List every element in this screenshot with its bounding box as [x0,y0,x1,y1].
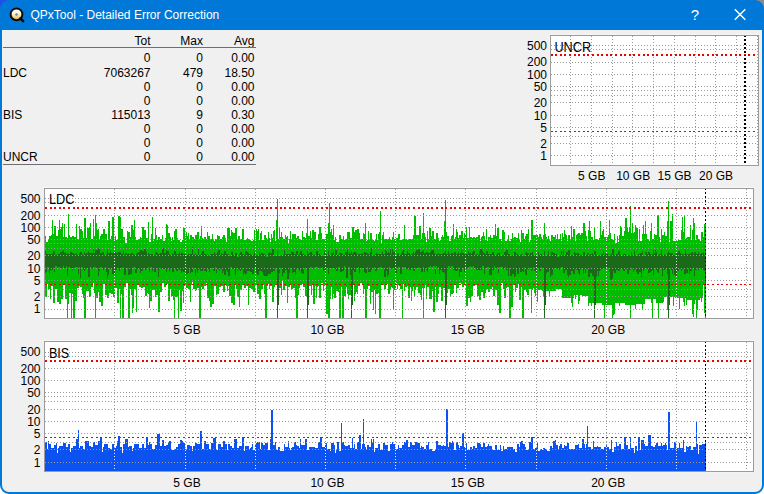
svg-text:0.00: 0.00 [231,51,255,65]
svg-text:9: 9 [196,108,203,122]
svg-text:15 GB: 15 GB [658,169,692,183]
svg-text:BIS: BIS [3,108,22,122]
svg-text:0: 0 [144,80,151,94]
svg-text:Avg: Avg [234,34,254,48]
svg-text:0.00: 0.00 [231,80,255,94]
svg-text:50: 50 [27,386,41,400]
svg-text:5: 5 [34,274,41,288]
svg-text:5: 5 [540,121,547,135]
svg-text:1: 1 [34,456,41,470]
svg-text:18.50: 18.50 [224,66,254,80]
svg-text:10 GB: 10 GB [310,476,344,490]
svg-text:0: 0 [196,136,203,150]
svg-text:20 GB: 20 GB [699,169,733,183]
svg-text:BIS: BIS [49,345,69,361]
svg-text:15 GB: 15 GB [451,323,485,337]
svg-text:0: 0 [196,51,203,65]
svg-text:0: 0 [144,94,151,108]
svg-text:0: 0 [144,136,151,150]
svg-text:7063267: 7063267 [104,66,151,80]
svg-text:0.00: 0.00 [231,94,255,108]
svg-text:0.00: 0.00 [231,136,255,150]
svg-text:Max: Max [180,34,203,48]
svg-text:500: 500 [20,345,40,359]
svg-text:20 GB: 20 GB [591,323,625,337]
svg-text:UNCR: UNCR [3,150,38,164]
svg-text:LDC: LDC [49,191,75,207]
svg-text:QPxTool - Detailed Error Corre: QPxTool - Detailed Error Correction [31,8,220,22]
svg-text:5 GB: 5 GB [173,476,200,490]
svg-text:0: 0 [144,51,151,65]
svg-text:50: 50 [27,233,41,247]
svg-text:115013: 115013 [111,108,150,122]
svg-text:10 GB: 10 GB [310,323,344,337]
svg-text:0: 0 [196,80,203,94]
svg-text:50: 50 [534,80,548,94]
svg-text:20 GB: 20 GB [591,476,625,490]
svg-text:0.30: 0.30 [231,108,255,122]
svg-text:5: 5 [34,427,41,441]
svg-text:1: 1 [34,302,41,316]
svg-text:0: 0 [196,150,203,164]
svg-text:0.00: 0.00 [231,122,255,136]
svg-text:15 GB: 15 GB [451,476,485,490]
svg-text:0.00: 0.00 [231,150,255,164]
svg-text:479: 479 [183,66,203,80]
svg-text:LDC: LDC [3,66,27,80]
svg-text:UNCR: UNCR [554,39,591,55]
svg-text:0: 0 [144,122,151,136]
svg-text:0: 0 [196,122,203,136]
svg-text:5 GB: 5 GB [578,169,605,183]
svg-text:5 GB: 5 GB [173,323,200,337]
svg-text:10 GB: 10 GB [616,169,650,183]
svg-text:0: 0 [196,94,203,108]
svg-text:500: 500 [527,39,547,53]
svg-text:Tot: Tot [134,34,151,48]
svg-text:?: ? [691,6,699,23]
svg-text:1: 1 [540,149,547,163]
svg-text:500: 500 [20,192,40,206]
svg-text:0: 0 [144,150,151,164]
